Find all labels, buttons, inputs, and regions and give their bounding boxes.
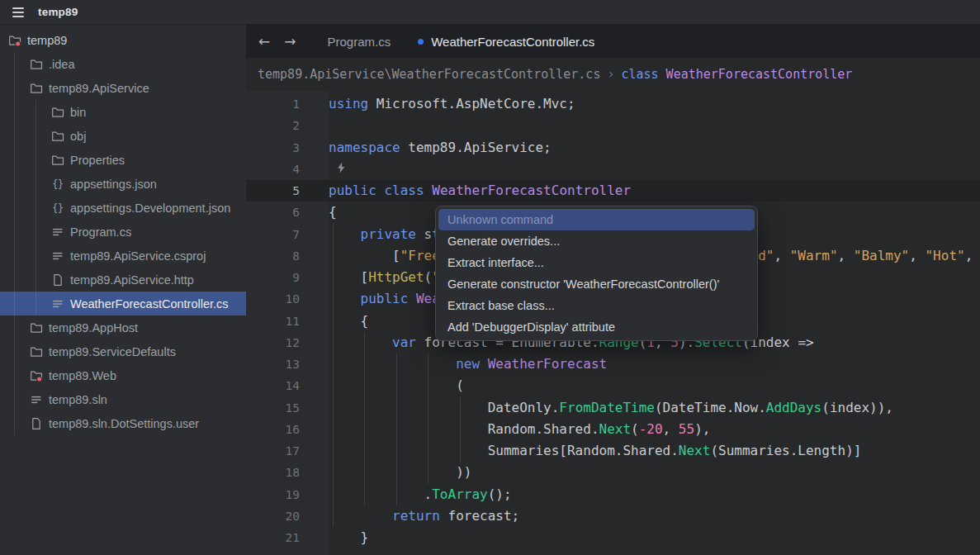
breadcrumb[interactable]: temp89.ApiService\WeatherForecastControl… <box>246 58 980 91</box>
code-line-text <box>329 159 347 180</box>
code-line-text: } <box>329 527 368 548</box>
intention-bolt-icon[interactable] <box>337 161 347 173</box>
lines-file-icon <box>51 297 64 311</box>
ide-window: temp89 temp89.ideatemp89.ApiServicebinob… <box>0 0 980 555</box>
breadcrumb-class-name[interactable]: WeatherForecastController <box>666 67 853 82</box>
code-line[interactable]: 19.ToArray(); <box>246 484 980 505</box>
tree-item[interactable]: Program.cs <box>0 220 246 244</box>
intention-action-item[interactable]: Unknown command <box>438 209 755 230</box>
code-line[interactable]: 21} <box>246 527 980 548</box>
tree-item[interactable]: obj <box>0 124 246 148</box>
code-line[interactable]: 20return forecast; <box>246 505 980 527</box>
code-line[interactable]: 1using Microsoft.AspNetCore.Mvc; <box>246 93 980 115</box>
line-number: 10 <box>246 292 329 306</box>
code-line-text: )) <box>329 462 471 483</box>
tree-item[interactable]: temp89.sln <box>0 387 246 411</box>
code-line[interactable]: 17Summaries[Random.Shared.Next(Summaries… <box>246 440 980 462</box>
tree-item-label: .idea <box>49 58 74 71</box>
svg-text:{}: {} <box>52 202 64 214</box>
code-line-text: new WeatherForecast <box>329 353 607 375</box>
code-line[interactable]: 16Random.Shared.Next(-20, 55), <box>246 419 980 440</box>
folder-icon <box>30 58 43 71</box>
code-line-text: { <box>329 311 368 332</box>
code-line[interactable]: 14( <box>246 375 980 396</box>
tree-item-label: Program.cs <box>70 225 131 239</box>
line-number: 5 <box>246 184 329 197</box>
tree-item[interactable]: temp89.sln.DotSettings.user <box>0 411 246 435</box>
intention-actions-popup: Unknown commandGenerate overrides...Extr… <box>435 206 758 341</box>
code-line-text: namespace temp89.ApiService; <box>329 137 552 159</box>
code-line[interactable]: 2 <box>246 115 980 136</box>
tree-item[interactable]: temp89.AppHost <box>0 315 246 339</box>
folder-modified-icon <box>8 34 21 47</box>
tree-item-label: appsettings.json <box>70 178 157 191</box>
intention-action-item[interactable]: Generate constructor 'WeatherForecastCon… <box>438 273 755 295</box>
tree-indent-guide <box>36 100 36 315</box>
tree-item[interactable]: temp89.ServiceDefaults <box>0 339 246 363</box>
editor-tab-bar: ← → Program.csWeatherForecastController.… <box>246 25 980 58</box>
tree-item-label: temp89.sln <box>49 393 107 406</box>
lines-file-icon <box>51 249 64 263</box>
code-line[interactable]: 13new WeatherForecast <box>246 353 980 375</box>
project-title: temp89 <box>38 6 78 18</box>
line-number: 4 <box>246 163 329 176</box>
line-number: 2 <box>246 119 329 132</box>
code-line[interactable]: 4 <box>246 159 980 180</box>
file-icon <box>30 417 43 430</box>
editor-tab[interactable]: Program.cs <box>328 35 391 49</box>
modified-dot-icon <box>418 39 424 45</box>
tree-item[interactable]: .idea <box>0 52 246 76</box>
line-number: 6 <box>246 206 329 219</box>
tree-item[interactable]: Properties <box>0 148 246 172</box>
folder-icon <box>30 321 43 334</box>
lines-file-icon <box>30 393 43 406</box>
code-line-text: using Microsoft.AspNetCore.Mvc; <box>329 93 575 115</box>
editor-tab-label: Program.cs <box>328 35 391 49</box>
tree-item-label: Properties <box>70 154 125 167</box>
code-line[interactable]: 15DateOnly.FromDateTime(DateTime.Now.Add… <box>246 397 980 419</box>
tree-indent-guide <box>14 52 15 435</box>
tree-item[interactable]: {}appsettings.Development.json <box>0 196 246 220</box>
tree-item[interactable]: {}appsettings.json <box>0 172 246 196</box>
line-number: 21 <box>246 531 329 544</box>
tree-item-label: obj <box>70 130 86 143</box>
code-line[interactable]: 5public class WeatherForecastController <box>246 180 980 202</box>
line-number: 18 <box>246 466 329 479</box>
hamburger-menu-button[interactable] <box>6 2 31 22</box>
tree-item-label: temp89 <box>27 34 67 47</box>
folder-icon <box>51 106 64 119</box>
folder-icon <box>51 130 64 143</box>
intention-action-item[interactable]: Generate overrides... <box>438 230 755 252</box>
tree-item[interactable]: temp89.ApiService <box>0 76 246 100</box>
breadcrumb-separator: › <box>607 67 614 82</box>
code-line[interactable]: 3namespace temp89.ApiService; <box>246 137 980 159</box>
code-line[interactable]: 18)) <box>246 462 980 483</box>
svg-text:{}: {} <box>52 178 64 190</box>
tree-item[interactable]: bin <box>0 100 246 124</box>
editor-tab[interactable]: WeatherForecastController.cs <box>418 35 594 49</box>
tree-item[interactable]: temp89.ApiService.csproj <box>0 244 246 268</box>
code-line-text: return forecast; <box>329 505 519 527</box>
tree-item[interactable]: temp89 <box>0 28 246 52</box>
line-number: 1 <box>246 97 329 111</box>
line-number: 9 <box>246 271 329 284</box>
tree-item[interactable]: temp89.Web <box>0 363 246 387</box>
tree-item[interactable]: temp89.ApiService.http <box>0 268 246 292</box>
intention-action-item[interactable]: Extract interface... <box>438 252 755 273</box>
code-line-text: public class WeatherForecastController <box>329 180 631 202</box>
line-number: 3 <box>246 141 329 154</box>
intention-action-item[interactable]: Add 'DebuggerDisplay' attribute <box>438 316 755 338</box>
breadcrumb-file-path[interactable]: temp89.ApiService\WeatherForecastControl… <box>258 67 600 82</box>
line-number: 19 <box>246 488 329 501</box>
back-arrow-icon[interactable]: ← <box>258 35 270 49</box>
tree-item[interactable]: WeatherForecastController.cs <box>0 292 246 315</box>
code-line-text: Summaries[Random.Shared.Next(Summaries.L… <box>329 440 861 462</box>
line-number: 15 <box>246 401 329 415</box>
tree-item-label: temp89.ApiService.http <box>70 273 194 287</box>
line-number: 8 <box>246 249 329 263</box>
tree-item-label: temp89.ApiService.csproj <box>70 249 206 263</box>
main-toolbar: temp89 <box>0 0 980 25</box>
intention-action-item[interactable]: Extract base class... <box>438 295 755 316</box>
forward-arrow-icon[interactable]: → <box>284 35 296 49</box>
tree-item-label: WeatherForecastController.cs <box>70 297 229 311</box>
